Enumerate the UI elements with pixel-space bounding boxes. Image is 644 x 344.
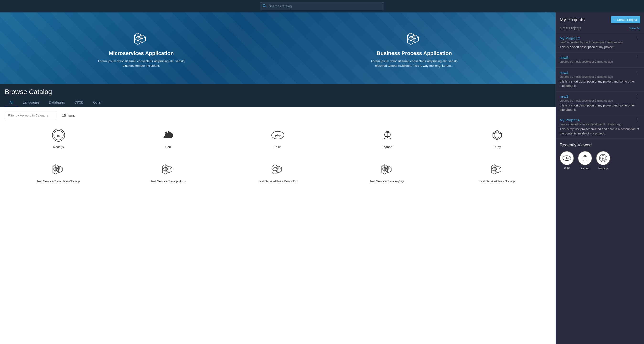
recently-viewed-items: php PHP bbox=[560, 151, 640, 170]
tab-languages[interactable]: Languages bbox=[18, 99, 44, 107]
sidebar-header: My Projects + Create Project bbox=[556, 13, 644, 25]
catalog-item-nodejs[interactable]: js Node.js bbox=[5, 124, 112, 153]
hero-banner: Microservices Application Lorem ipsum do… bbox=[0, 13, 556, 84]
svg-line-88 bbox=[388, 168, 391, 169]
tab-databases[interactable]: Databases bbox=[44, 99, 70, 107]
project-menu-new4[interactable]: ⋮ bbox=[634, 70, 640, 75]
blocks-icon-1 bbox=[51, 162, 66, 177]
items-count: 15 items bbox=[62, 114, 75, 117]
project-item-my-project-c: My Project C ⋮ new6 – created by mock de… bbox=[556, 33, 644, 52]
browse-title: Browse Catalog bbox=[5, 88, 551, 96]
svg-line-100 bbox=[498, 168, 501, 169]
svg-line-63 bbox=[166, 168, 169, 169]
svg-line-51 bbox=[56, 168, 60, 169]
nodejs-icon: js bbox=[51, 127, 66, 143]
svg-line-75 bbox=[276, 168, 279, 169]
project-name-a[interactable]: My Project A bbox=[560, 118, 580, 122]
svg-line-76 bbox=[279, 168, 282, 169]
recently-item-python[interactable]: Python bbox=[578, 151, 592, 170]
project-meta-c: new6 – created by mock developer 2 minut… bbox=[560, 41, 640, 44]
project-menu-c[interactable]: ⋮ bbox=[634, 36, 640, 40]
sidebar-title: My Projects bbox=[560, 17, 584, 23]
recently-python-icon bbox=[578, 151, 592, 165]
svg-point-29 bbox=[165, 132, 167, 134]
catalog-item-perl[interactable]: Perl bbox=[114, 124, 222, 153]
svg-text:php: php bbox=[565, 157, 569, 159]
svg-point-104 bbox=[586, 159, 586, 160]
hero-card-1-desc: Lorem ipsum dolor sit amet, consectetur … bbox=[96, 59, 187, 68]
blocks-icon-4 bbox=[380, 162, 395, 177]
svg-line-64 bbox=[169, 168, 172, 169]
svg-point-33 bbox=[386, 132, 387, 132]
project-name-new3[interactable]: new3 bbox=[560, 94, 568, 98]
projects-count-row: 5 of 5 Projects View All bbox=[556, 25, 644, 33]
recently-nodejs-icon: js bbox=[596, 151, 610, 165]
catalog-item-test-java-node[interactable]: Test ServiceClass Java-Node.js bbox=[5, 158, 112, 187]
hero-card-microservices[interactable]: Microservices Application Lorem ipsum do… bbox=[96, 29, 187, 68]
project-meta-new3: created by mock developer 3 minutes ago bbox=[560, 99, 640, 102]
catalog-item-ruby[interactable]: Ruby bbox=[444, 124, 551, 153]
catalog-item-test-mongodb[interactable]: Test ServiceClass MongoDB bbox=[224, 158, 331, 187]
recently-item-php[interactable]: php PHP bbox=[560, 151, 574, 170]
catalog-item-nodejs-label: Node.js bbox=[53, 145, 64, 149]
project-name-new5[interactable]: new5 bbox=[560, 56, 568, 60]
create-project-button[interactable]: + Create Project bbox=[611, 16, 640, 23]
recently-php-label: PHP bbox=[564, 167, 570, 170]
catalog-item-test-mysql[interactable]: Test ServiceClass mySQL bbox=[334, 158, 441, 187]
right-sidebar: My Projects + Create Project 5 of 5 Proj… bbox=[556, 13, 644, 344]
project-name-new4[interactable]: new4 bbox=[560, 71, 568, 75]
recently-item-nodejs[interactable]: js Node.js bbox=[596, 151, 610, 170]
catalog-item-test-mysql-label: Test ServiceClass mySQL bbox=[370, 180, 405, 184]
svg-point-30 bbox=[168, 131, 170, 133]
recently-nodejs-label: Node.js bbox=[598, 167, 608, 170]
hero-card-2-title: Business Process Application bbox=[369, 50, 460, 56]
project-menu-a[interactable]: ⋮ bbox=[634, 118, 640, 122]
project-desc-new4: this is a short description of my projec… bbox=[560, 79, 640, 88]
business-icon bbox=[369, 29, 460, 46]
hero-card-business[interactable]: Business Process Application Lorem ipsum… bbox=[369, 29, 460, 68]
svg-line-16 bbox=[408, 35, 411, 37]
svg-text:js: js bbox=[602, 157, 604, 159]
view-all-link[interactable]: View All bbox=[630, 26, 640, 30]
category-filter-input[interactable] bbox=[5, 112, 57, 119]
search-icon bbox=[263, 4, 266, 8]
project-desc-a: This is my first project created and her… bbox=[560, 127, 640, 136]
svg-line-9 bbox=[138, 39, 141, 41]
catalog-grid: js Node.js bbox=[5, 124, 551, 187]
top-bar bbox=[0, 0, 644, 13]
search-catalog-input[interactable] bbox=[260, 2, 384, 10]
catalog-item-test-nodejs[interactable]: Test ServiceClass Node.js bbox=[444, 158, 551, 187]
catalog-item-test-java-node-label: Test ServiceClass Java-Node.js bbox=[36, 180, 80, 184]
project-desc-new3: this is a short description of my projec… bbox=[560, 103, 640, 112]
tab-cicd[interactable]: CI/CD bbox=[70, 99, 88, 107]
project-menu-new3[interactable]: ⋮ bbox=[634, 94, 640, 99]
svg-point-103 bbox=[584, 156, 585, 157]
browse-section: Browse Catalog All Languages Databases C… bbox=[0, 84, 556, 107]
catalog-item-test-jenkins[interactable]: Test ServiceClass jenkins bbox=[114, 158, 222, 187]
catalog-item-python[interactable]: Python bbox=[334, 124, 441, 153]
left-content: Microservices Application Lorem ipsum do… bbox=[0, 13, 556, 344]
project-item-new3: new3 ⋮ created by mock developer 3 minut… bbox=[556, 91, 644, 115]
svg-line-20 bbox=[408, 39, 411, 41]
ruby-icon bbox=[490, 127, 505, 143]
catalog-item-test-nodejs-label: Test ServiceClass Node.js bbox=[479, 180, 515, 184]
blocks-icon-5 bbox=[490, 162, 505, 177]
catalog-item-perl-label: Perl bbox=[165, 145, 171, 149]
svg-line-21 bbox=[411, 39, 414, 41]
svg-text:php: php bbox=[275, 133, 281, 137]
recently-php-icon: php bbox=[560, 151, 574, 165]
catalog-item-ruby-label: Ruby bbox=[494, 145, 501, 149]
tab-all[interactable]: All bbox=[5, 99, 18, 107]
svg-line-13 bbox=[142, 37, 146, 39]
catalog-item-php[interactable]: php PHP bbox=[224, 124, 331, 153]
project-desc-c: This is a short description of my projec… bbox=[560, 45, 640, 49]
recently-python-label: Python bbox=[580, 167, 589, 170]
project-meta-new4: created by mock developer 3 minutes ago bbox=[560, 75, 640, 78]
project-meta-a: new – created by mock developer 8 minute… bbox=[560, 123, 640, 126]
tab-other[interactable]: Other bbox=[88, 99, 106, 107]
svg-line-1 bbox=[265, 7, 266, 8]
project-name-c[interactable]: My Project C bbox=[560, 36, 580, 40]
php-icon: php bbox=[270, 127, 286, 143]
project-menu-new5[interactable]: ⋮ bbox=[634, 55, 640, 60]
catalog-item-test-mongodb-label: Test ServiceClass MongoDB bbox=[258, 180, 298, 184]
